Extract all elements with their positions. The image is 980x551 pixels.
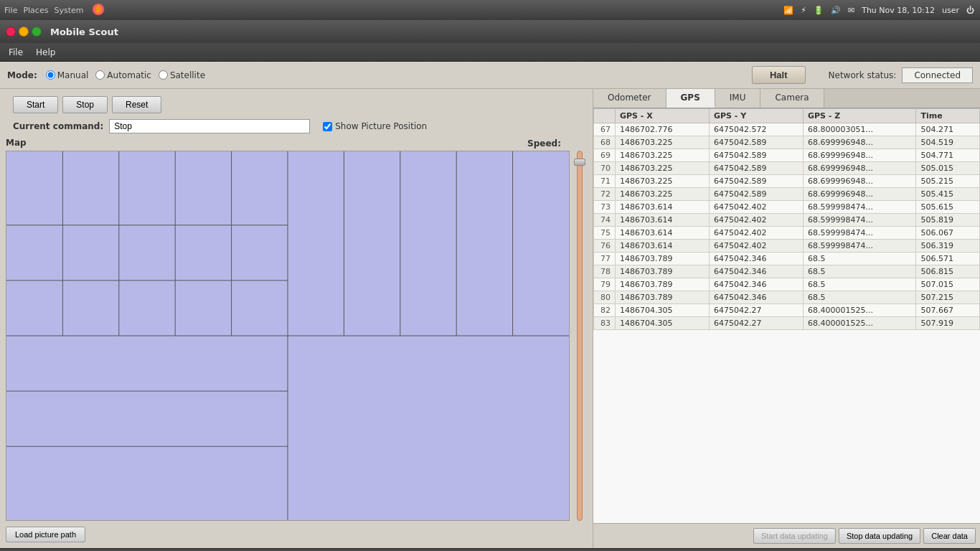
cell-gps-z: 68.699996948... [803,188,915,201]
tab-imu[interactable]: IMU [715,89,761,108]
cell-gps-x: 1486703.225 [616,188,710,201]
clear-data-button[interactable]: Clear data [923,528,976,544]
cell-time: 504.271 [916,123,980,136]
cell-time: 506.815 [916,265,980,278]
network-icon: 📶 [783,6,793,15]
cell-id: 77 [594,253,616,265]
cell-gps-z: 68.599998474... [803,214,915,227]
reset-button[interactable]: Reset [112,96,161,113]
cell-gps-z: 68.599998474... [803,240,915,253]
cell-gps-y: 6475042.346 [709,291,803,304]
map-grid [6,151,569,520]
help-menu[interactable]: Help [30,45,61,60]
gps-table-container[interactable]: GPS - X GPS - Y GPS - Z Time 67 1486702.… [593,108,980,523]
mode-radio-group: Manual Automatic Satellite [46,70,205,80]
mode-satellite[interactable]: Satellite [159,70,205,80]
volume-icon: 🔊 [831,6,841,15]
network-status-area: Network status: Connected [829,67,973,83]
cell-gps-z: 68.800003051... [803,123,915,136]
window-title: Mobile Scout [50,27,118,37]
map-label: Map [6,138,27,148]
network-status-value: Connected [902,67,973,83]
stop-data-updating-button[interactable]: Stop data updating [839,528,920,544]
cell-gps-y: 6475042.589 [709,175,803,188]
mode-manual[interactable]: Manual [46,70,89,80]
command-row: Current command: Show Picture Position [6,118,587,138]
cell-gps-x: 1486703.789 [616,265,710,278]
cell-time: 506.571 [916,253,980,265]
mode-automatic[interactable]: Automatic [95,70,151,80]
cell-time: 506.319 [916,240,980,253]
cell-id: 74 [594,214,616,227]
cell-gps-y: 6475042.27 [709,304,803,317]
cell-gps-z: 68.400001525... [803,304,915,317]
minimize-button[interactable] [19,27,29,37]
places-menu[interactable]: Places [23,6,48,15]
cell-gps-z: 68.400001525... [803,317,915,330]
tab-camera[interactable]: Camera [760,89,824,108]
cell-time: 506.067 [916,227,980,240]
table-row: 82 1486704.305 6475042.27 68.400001525..… [594,304,980,317]
cell-gps-z: 68.599998474... [803,201,915,214]
show-picture-checkbox[interactable] [323,122,332,131]
cell-time: 504.519 [916,136,980,149]
cell-gps-y: 6475042.402 [709,240,803,253]
close-button[interactable] [6,27,16,37]
cell-gps-x: 1486703.225 [616,149,710,162]
cell-gps-y: 6475042.346 [709,278,803,291]
cell-time: 505.215 [916,175,980,188]
show-picture-checkbox-label[interactable]: Show Picture Position [323,121,427,131]
applications-menu[interactable]: File [4,6,17,15]
cell-gps-y: 6475042.589 [709,136,803,149]
control-button-row: Start Stop Reset [6,92,587,118]
cell-gps-y: 6475042.27 [709,317,803,330]
cell-gps-x: 1486703.789 [616,253,710,265]
cell-gps-x: 1486703.789 [616,291,710,304]
col-gps-z: GPS - Z [803,109,915,123]
cell-gps-z: 68.5 [803,265,915,278]
cell-id: 75 [594,227,616,240]
cell-time: 507.667 [916,304,980,317]
data-action-buttons: Start data updating Stop data updating C… [593,523,980,548]
mail-icon: ✉ [848,6,854,15]
cell-gps-x: 1486703.225 [616,162,710,175]
start-data-updating-button[interactable]: Start data updating [753,528,836,544]
cell-gps-y: 6475042.572 [709,123,803,136]
maximize-button[interactable] [32,27,42,37]
cell-id: 82 [594,304,616,317]
stop-button[interactable]: Stop [62,96,108,113]
cell-id: 80 [594,291,616,304]
speed-thumb[interactable] [574,159,585,166]
map-canvas[interactable] [6,151,570,521]
load-picture-path-button[interactable]: Load picture path [6,527,85,542]
cell-gps-x: 1486703.614 [616,201,710,214]
table-row: 79 1486703.789 6475042.346 68.5 507.015 [594,278,980,291]
firefox-icon[interactable] [92,3,105,18]
cell-id: 68 [594,136,616,149]
command-label: Current command: [13,121,103,131]
cell-gps-z: 68.599998474... [803,227,915,240]
cell-gps-y: 6475042.402 [709,214,803,227]
tab-bar: Odometer GPS IMU Camera [593,89,980,108]
cell-gps-y: 6475042.402 [709,201,803,214]
cell-gps-x: 1486703.225 [616,175,710,188]
cell-gps-z: 68.5 [803,278,915,291]
cell-gps-z: 68.699996948... [803,136,915,149]
tab-gps[interactable]: GPS [666,89,715,108]
halt-button[interactable]: Halt [752,66,806,84]
cell-gps-x: 1486703.614 [616,240,710,253]
speed-slider[interactable] [573,151,587,521]
power-icon[interactable]: ⏻ [966,6,974,15]
system-menu[interactable]: System [54,6,83,15]
table-row: 80 1486703.789 6475042.346 68.5 507.215 [594,291,980,304]
start-button[interactable]: Start [13,96,58,113]
cell-id: 83 [594,317,616,330]
cell-id: 71 [594,175,616,188]
gps-data-table: GPS - X GPS - Y GPS - Z Time 67 1486702.… [593,108,980,330]
tab-odometer[interactable]: Odometer [593,89,666,108]
cell-time: 507.015 [916,278,980,291]
command-input[interactable] [109,119,310,133]
cell-gps-x: 1486704.305 [616,304,710,317]
table-row: 83 1486704.305 6475042.27 68.400001525..… [594,317,980,330]
file-menu[interactable]: File [3,45,29,60]
